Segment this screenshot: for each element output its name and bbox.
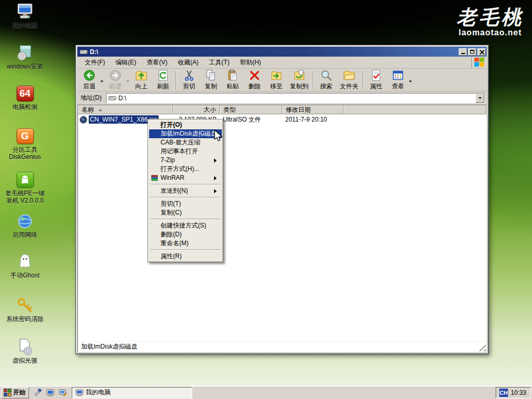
desktop-icon-laomaotao-pe[interactable]: 老毛桃PE一键装机 V2.0.0.0 [1, 170, 49, 205]
column-header-modified[interactable]: 修改日期 [282, 105, 343, 114]
desktop-icon-label: 电脑检测 [12, 104, 37, 111]
desktop-icon-windows-install[interactable]: windows安装 [1, 44, 49, 71]
close-button[interactable] [477, 48, 486, 56]
menu-item-winrar[interactable]: WinRAR [149, 174, 222, 182]
clock[interactable]: 10:33 [511, 389, 526, 396]
my-computer-icon [75, 389, 84, 396]
desktop-icon-diskgenius[interactable]: G 分区工具DiskGenius [1, 127, 49, 161]
desktop-icon-manual-ghost[interactable]: 手动Ghost [1, 252, 49, 280]
menu-separator [150, 219, 221, 220]
desktop-icon-label: 手动Ghost [10, 272, 39, 280]
submenu-arrow-icon [214, 189, 219, 193]
menu-item-copy[interactable]: 复制(C) [149, 208, 222, 217]
forward-dropdown-icon[interactable] [126, 81, 129, 84]
column-header-size[interactable]: 大小 [173, 105, 220, 114]
column-header-type[interactable]: 类型 [220, 105, 282, 114]
address-input[interactable]: D:\ [106, 93, 485, 103]
explorer-window: D:\ 文件(F) 编辑(E) 查看(V) 收藏(A) 工具(T) 帮助(H) … [75, 45, 489, 354]
column-headers: 名称 大小 类型 修改日期 [78, 105, 486, 114]
menu-file[interactable]: 文件(F) [79, 57, 110, 69]
forward-button[interactable]: 前进 [104, 69, 126, 91]
language-indicator[interactable]: CH [499, 389, 508, 397]
minimize-button[interactable] [459, 48, 467, 56]
menu-item-mount-imdisk[interactable]: 加载ImDisk虚拟磁盘 [149, 129, 222, 138]
move-to-button[interactable]: 移至 [265, 69, 287, 91]
taskbar-my-computer-button[interactable]: 我的电脑 [72, 387, 192, 398]
menu-favorites[interactable]: 收藏(A) [172, 57, 204, 69]
resize-grip[interactable] [479, 344, 486, 351]
start-button[interactable]: 开始 [1, 387, 29, 398]
desktop-icon-pc-detect[interactable]: 64 电脑检测 [1, 84, 49, 111]
maximize-button[interactable] [468, 48, 476, 56]
desktop-icon-enable-network[interactable]: 启用网络 [1, 212, 49, 239]
copy-button[interactable]: 复制 [200, 69, 222, 91]
copy-icon [205, 69, 217, 82]
submenu-arrow-icon [214, 176, 219, 180]
close-icon [480, 49, 484, 54]
pe-ghost-icon [17, 172, 34, 188]
desktop-icon-password-clear[interactable]: 系统密码清除 [1, 296, 49, 323]
forward-icon [109, 69, 122, 82]
desktop-icon-virtual-cdrom[interactable]: 虚拟光驱 [1, 338, 49, 365]
menu-tools[interactable]: 工具(T) [204, 57, 234, 69]
chevron-down-icon [478, 97, 482, 101]
desktop: 老毛桃 laomaotao.net 我的电脑 windows安装 64 电脑检测… [0, 0, 532, 399]
show-desktop-icon[interactable] [46, 388, 55, 397]
file-list: CN_WIN7_SP1_X86.iso 3,107,008 KB UltraIS… [78, 114, 486, 341]
menu-edit[interactable]: 编辑(E) [110, 57, 141, 69]
diskgenius-icon: G [17, 128, 34, 144]
title-bar[interactable]: D:\ [77, 47, 487, 57]
views-dropdown-icon[interactable] [409, 81, 412, 84]
address-dropdown-button[interactable] [475, 94, 484, 103]
sort-ascending-icon [98, 107, 102, 111]
folders-button[interactable]: 文件夹 [337, 69, 361, 91]
views-button[interactable]: 查看 [387, 69, 409, 91]
menu-item-open-with[interactable]: 打开方式(H)... [149, 165, 222, 174]
menu-view[interactable]: 查看(V) [141, 57, 172, 69]
column-header-name[interactable]: 名称 [78, 105, 173, 114]
back-dropdown-icon[interactable] [100, 81, 103, 84]
menu-item-create-shortcut[interactable]: 创建快捷方式(S) [149, 221, 222, 230]
search-button[interactable]: 搜索 [315, 69, 337, 91]
copy-to-button[interactable]: 复制到 [287, 69, 311, 91]
menu-separator [150, 184, 221, 185]
windows-install-icon [15, 44, 35, 62]
network-globe-icon [15, 212, 35, 231]
menu-item-7zip[interactable]: 7-Zip [149, 156, 222, 165]
windows-logo-icon [471, 57, 485, 68]
paste-button[interactable]: 粘贴 [222, 69, 244, 91]
menu-item-cab-compress[interactable]: CAB-最大压缩 [149, 138, 222, 147]
menu-item-open-with-notepad[interactable]: 用记事本打开 [149, 147, 222, 156]
cut-button[interactable]: 剪切 [178, 69, 200, 91]
properties-button[interactable]: 属性 [365, 69, 387, 91]
menu-bar: 文件(F) 编辑(E) 查看(V) 收藏(A) 工具(T) 帮助(H) [77, 57, 487, 69]
menu-item-properties[interactable]: 属性(R) [149, 252, 222, 261]
views-grid-icon [392, 69, 404, 82]
refresh-button[interactable]: 刷新 [152, 69, 174, 91]
maximize-icon [470, 50, 474, 54]
folders-icon [343, 69, 355, 82]
back-icon [83, 69, 96, 82]
desktop-edit-icon[interactable] [58, 388, 68, 397]
quick-launch-tool-icon[interactable] [33, 388, 43, 397]
pc-detect-64-icon: 64 [17, 86, 34, 101]
menu-item-send-to[interactable]: 发送到(N) [149, 187, 222, 195]
up-button[interactable]: 向上 [130, 69, 152, 91]
menu-help[interactable]: 帮助(H) [235, 57, 267, 69]
refresh-icon [157, 69, 169, 82]
quick-launch [29, 388, 72, 397]
back-button[interactable]: 后退 [78, 69, 100, 91]
file-modified: 2011-7-9 20:10 [282, 116, 343, 123]
desktop-icon-my-computer[interactable]: 我的电脑 [1, 2, 49, 29]
menu-item-delete[interactable]: 删除(D) [149, 230, 222, 239]
delete-button[interactable]: 删除 [244, 69, 265, 91]
drive-icon [108, 95, 116, 101]
menu-item-open[interactable]: 打开(O) [149, 121, 222, 129]
menu-item-rename[interactable]: 重命名(M) [149, 239, 222, 248]
file-row[interactable]: CN_WIN7_SP1_X86.iso 3,107,008 KB UltraIS… [78, 115, 486, 124]
menu-item-cut[interactable]: 剪切(T) [149, 200, 222, 208]
delete-x-icon [248, 69, 261, 82]
mouse-cursor-icon [212, 129, 224, 143]
status-bar: 加载ImDisk虚拟磁盘 [78, 341, 486, 352]
desktop-icon-label: 分区工具DiskGenius [9, 147, 41, 161]
